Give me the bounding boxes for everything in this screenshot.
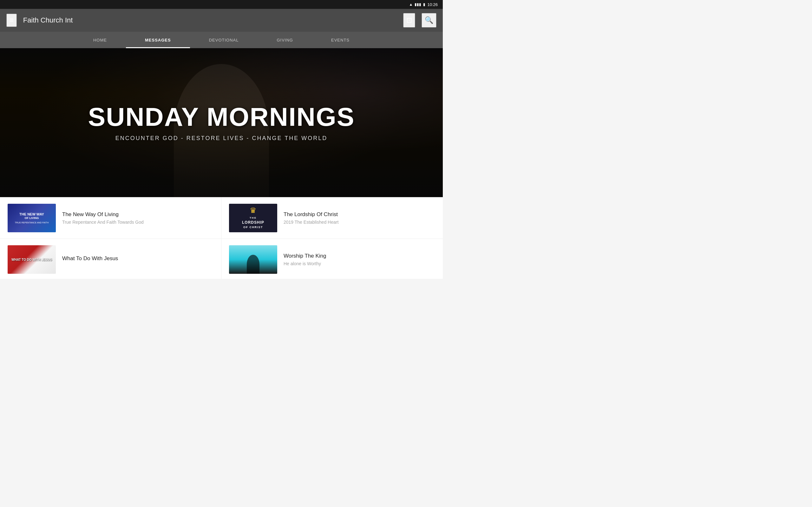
message-card-lordship[interactable]: ♛ THE LORDSHIP OF CHRIST The Lordship Of… <box>221 198 443 239</box>
messages-grid: THE NEW WAY OF LIVING True Repentance An… <box>0 197 443 279</box>
cast-button[interactable]: ⊡ <box>403 13 415 27</box>
tab-home[interactable]: HOME <box>74 32 126 48</box>
message-info-worship: Worship The King He alone is Worthy <box>284 253 435 266</box>
thumbnail-text: THE LORDSHIP OF CHRIST <box>242 216 264 230</box>
message-card-jesus[interactable]: WHAT TO DO WITH JESUS What To Do With Je… <box>0 239 221 279</box>
hamburger-menu-button[interactable]: ≡ <box>6 14 17 27</box>
tab-events[interactable]: EVENTS <box>312 32 368 48</box>
message-title: Worship The King <box>284 253 435 259</box>
crown-icon: ♛ <box>250 207 257 214</box>
tab-giving[interactable]: GIVING <box>258 32 312 48</box>
search-button[interactable]: 🔍 <box>421 13 437 27</box>
hero-text-content: SUNDAY MORNINGS ENCOUNTER GOD - RESTORE … <box>88 104 355 142</box>
message-info-lordship: The Lordship Of Christ 2019 The Establis… <box>284 211 435 225</box>
thumbnail-lordship: ♛ THE LORDSHIP OF CHRIST <box>229 204 277 232</box>
message-title: What To Do With Jesus <box>62 256 213 262</box>
message-info-jesus: What To Do With Jesus <box>62 256 213 264</box>
message-title: The New Way Of Living <box>62 211 213 218</box>
message-subtitle: True Repentance And Faith Towards God <box>62 220 213 225</box>
thumbnail-text: THE NEW WAY OF LIVING True Repentance An… <box>14 211 50 225</box>
message-title: The Lordship Of Christ <box>284 211 435 218</box>
tab-devotional[interactable]: DEVOTIONAL <box>190 32 258 48</box>
message-card-worship[interactable]: Worship The King He alone is Worthy <box>221 239 443 279</box>
thumbnail-jesus: WHAT TO DO WITH JESUS <box>8 245 56 274</box>
status-icons: ▲ ▮▮▮ ▮ 10:26 <box>409 2 438 7</box>
signal-icon: ▮▮▮ <box>415 2 421 7</box>
battery-icon: ▮ <box>423 2 425 7</box>
tab-messages[interactable]: MESSAGES <box>126 32 190 48</box>
hero-title: SUNDAY MORNINGS <box>88 104 355 130</box>
thumbnail-worship <box>229 245 277 274</box>
message-subtitle: 2019 The Established Heart <box>284 220 435 225</box>
status-time: 10:26 <box>427 2 438 7</box>
thumbnail-new-way: THE NEW WAY OF LIVING True Repentance An… <box>8 204 56 232</box>
nav-tabs: HOME MESSAGES DEVOTIONAL GIVING EVENTS <box>0 32 443 48</box>
wifi-icon: ▲ <box>409 2 413 7</box>
hero-subtitle: ENCOUNTER GOD - RESTORE LIVES - CHANGE T… <box>88 135 355 142</box>
thumbnail-text: WHAT TO DO WITH JESUS <box>9 255 54 264</box>
message-info-new-way: The New Way Of Living True Repentance An… <box>62 211 213 225</box>
message-subtitle: He alone is Worthy <box>284 261 435 266</box>
header-actions: ⊡ 🔍 <box>403 13 437 27</box>
message-card-new-way[interactable]: THE NEW WAY OF LIVING True Repentance An… <box>0 198 221 239</box>
app-header: ≡ Faith Church Int ⊡ 🔍 <box>0 9 443 32</box>
status-bar: ▲ ▮▮▮ ▮ 10:26 <box>0 0 443 9</box>
app-title: Faith Church Int <box>23 16 73 24</box>
hero-banner[interactable]: SUNDAY MORNINGS ENCOUNTER GOD - RESTORE … <box>0 48 443 197</box>
